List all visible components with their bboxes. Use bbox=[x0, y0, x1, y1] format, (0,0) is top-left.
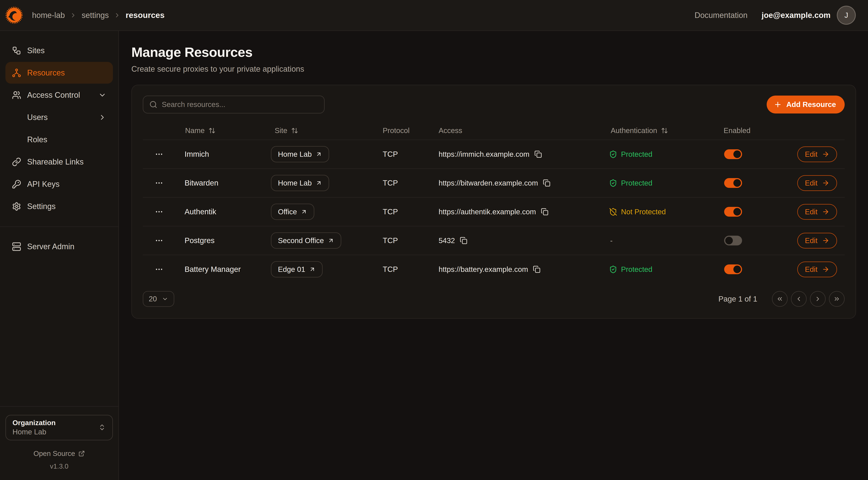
row-menu-icon[interactable] bbox=[155, 236, 163, 245]
breadcrumb-current[interactable]: resources bbox=[126, 10, 164, 20]
chevron-left-icon bbox=[795, 295, 802, 302]
copy-icon[interactable] bbox=[533, 266, 540, 273]
resource-protocol: TCP bbox=[377, 150, 433, 158]
resource-access-url: https://bitwarden.example.com bbox=[439, 179, 538, 187]
sidebar-item-resources[interactable]: Resources bbox=[5, 62, 113, 84]
open-source-link[interactable]: Open Source bbox=[5, 450, 113, 457]
auth-status: Protected bbox=[621, 265, 652, 274]
search-input[interactable] bbox=[162, 100, 318, 109]
resource-name: Immich bbox=[175, 150, 265, 158]
row-menu-icon[interactable] bbox=[155, 150, 163, 158]
resource-name: Battery Manager bbox=[175, 265, 265, 274]
app-version: v1.3.0 bbox=[5, 462, 113, 470]
table-row: Immich Home Lab TCP https://immich.examp… bbox=[143, 140, 845, 168]
chevrons-left-icon bbox=[776, 295, 783, 302]
shield-check-icon bbox=[609, 150, 617, 158]
enabled-toggle[interactable] bbox=[724, 264, 742, 274]
app-logo-icon[interactable] bbox=[5, 6, 23, 24]
next-page-button[interactable] bbox=[810, 291, 826, 307]
arrow-up-right-icon bbox=[301, 209, 307, 215]
sort-icon bbox=[291, 127, 298, 134]
chevrons-up-down-icon bbox=[98, 423, 106, 431]
column-header-protocol: Protocol bbox=[377, 126, 433, 135]
plus-icon bbox=[774, 100, 782, 109]
column-header-access: Access bbox=[433, 126, 601, 135]
copy-icon[interactable] bbox=[543, 179, 551, 187]
resource-access-url: https://battery.example.com bbox=[439, 265, 528, 274]
first-page-button[interactable] bbox=[772, 291, 788, 307]
organization-selector[interactable]: Organization Home Lab bbox=[5, 415, 113, 440]
enabled-toggle[interactable] bbox=[724, 207, 742, 217]
edit-button[interactable]: Edit bbox=[797, 146, 837, 162]
documentation-link[interactable]: Documentation bbox=[695, 11, 748, 20]
row-menu-icon[interactable] bbox=[155, 265, 163, 274]
sidebar-item-server-admin[interactable]: Server Admin bbox=[5, 236, 113, 258]
auth-status: Not Protected bbox=[621, 208, 666, 216]
copy-icon[interactable] bbox=[460, 237, 467, 244]
chevron-right-icon bbox=[70, 12, 77, 19]
breadcrumb: home-lab settings resources bbox=[32, 10, 164, 20]
edit-button[interactable]: Edit bbox=[797, 233, 837, 248]
auth-status: - bbox=[610, 236, 613, 245]
copy-icon[interactable] bbox=[534, 150, 542, 158]
search-icon bbox=[149, 100, 157, 109]
column-header-authentication[interactable]: Authentication bbox=[601, 126, 718, 135]
sort-icon bbox=[661, 127, 668, 134]
table-row: Battery Manager Edge 01 TCP https://batt… bbox=[143, 254, 845, 283]
site-link[interactable]: Office bbox=[271, 204, 314, 220]
sidebar-item-access-control[interactable]: Access Control bbox=[5, 84, 113, 106]
auth-status: Protected bbox=[621, 150, 652, 158]
site-link[interactable]: Second Office bbox=[271, 232, 341, 249]
table-header-row: Name Site Protocol Access Authentication… bbox=[143, 122, 845, 140]
edit-button[interactable]: Edit bbox=[797, 262, 837, 277]
sites-icon bbox=[12, 46, 21, 55]
search-box bbox=[143, 96, 324, 114]
main-content: Manage Resources Create secure proxies t… bbox=[119, 31, 868, 480]
arrow-right-icon bbox=[822, 237, 830, 244]
resource-access-url: 5432 bbox=[439, 236, 455, 245]
resources-icon bbox=[12, 68, 21, 78]
column-header-site[interactable]: Site bbox=[265, 126, 377, 135]
user-email[interactable]: joe@example.com bbox=[762, 11, 831, 20]
resource-protocol: TCP bbox=[377, 265, 433, 274]
table-row: Bitwarden Home Lab TCP https://bitwarden… bbox=[143, 168, 845, 197]
sidebar-item-shareable-links[interactable]: Shareable Links bbox=[5, 151, 113, 173]
chevrons-right-icon bbox=[833, 295, 840, 302]
enabled-toggle[interactable] bbox=[724, 149, 742, 159]
sidebar-item-sites[interactable]: Sites bbox=[5, 40, 113, 61]
enabled-toggle[interactable] bbox=[724, 178, 742, 188]
avatar[interactable]: J bbox=[838, 6, 855, 24]
column-header-enabled: Enabled bbox=[718, 126, 791, 135]
site-link[interactable]: Home Lab bbox=[271, 146, 329, 162]
sidebar-item-users[interactable]: Users bbox=[5, 107, 113, 128]
arrow-up-right-icon bbox=[316, 151, 322, 157]
topbar: home-lab settings resources Documentatio… bbox=[0, 0, 868, 31]
resource-name: Bitwarden bbox=[175, 179, 265, 187]
resource-name: Postgres bbox=[175, 236, 265, 245]
edit-button[interactable]: Edit bbox=[797, 204, 837, 220]
shield-check-icon bbox=[609, 265, 617, 273]
row-menu-icon[interactable] bbox=[155, 207, 163, 216]
copy-icon[interactable] bbox=[541, 208, 549, 216]
last-page-button[interactable] bbox=[829, 291, 845, 307]
breadcrumb-settings[interactable]: settings bbox=[82, 11, 109, 20]
external-link-icon bbox=[79, 450, 85, 457]
sidebar-item-api-keys[interactable]: API Keys bbox=[5, 173, 113, 195]
add-resource-button[interactable]: Add Resource bbox=[767, 96, 845, 114]
arrow-up-right-icon bbox=[328, 237, 334, 244]
arrow-right-icon bbox=[822, 179, 830, 187]
arrow-up-right-icon bbox=[316, 180, 322, 186]
site-link[interactable]: Home Lab bbox=[271, 175, 329, 191]
site-link[interactable]: Edge 01 bbox=[271, 261, 322, 277]
sidebar-divider bbox=[0, 227, 118, 227]
sidebar-item-settings[interactable]: Settings bbox=[5, 196, 113, 217]
column-header-name[interactable]: Name bbox=[175, 126, 265, 135]
row-menu-icon[interactable] bbox=[155, 179, 163, 187]
page-size-select[interactable]: 20 bbox=[143, 291, 174, 307]
page-subtitle: Create secure proxies to your private ap… bbox=[131, 63, 856, 74]
edit-button[interactable]: Edit bbox=[797, 175, 837, 191]
enabled-toggle[interactable] bbox=[724, 236, 742, 245]
sidebar-item-roles[interactable]: Roles bbox=[5, 129, 113, 150]
prev-page-button[interactable] bbox=[791, 291, 807, 307]
breadcrumb-org[interactable]: home-lab bbox=[32, 11, 65, 20]
